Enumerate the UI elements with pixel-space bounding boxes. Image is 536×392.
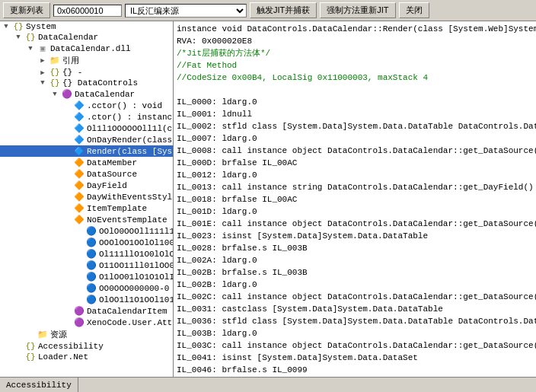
code-line: IL_002A: ldarg.0 [177,254,533,266]
tree-label: OlOO1l1O1OOl10110 : [99,295,174,304]
tree-label: 引用 [62,55,79,66]
tree-icon-ns: {} [12,22,24,31]
tree-item-ol11-field7[interactable]: 🔵OlOO1l1O1OOl10110 : [0,294,173,305]
tree-label: Render(class [System [87,147,174,156]
code-line: RVA: 0x000020E8 [177,35,533,47]
tree-item-datacontrols[interactable]: ▼{}{} DataControls [0,78,173,88]
hex-input[interactable] [53,5,122,17]
tree-icon-method: 🔷 [73,100,85,110]
tree-icon-ns: {} [24,352,37,362]
tree-icon-folder: 📁 [49,56,61,65]
tree-item-datacalendar-class[interactable]: ▼🟣DataCalendar [0,88,173,100]
status-accessibility: Accessibility [0,378,78,392]
tree-icon-method: 🔷 [73,112,85,122]
tree-item-loadernet[interactable]: {}Loader.Net [0,352,173,362]
tree-icon-prop: 🔶 [73,180,85,190]
force-button[interactable]: 强制方法重新JIT [320,2,395,18]
tree-item-ctor-void[interactable]: 🔷.cctor() : void [0,100,173,111]
code-line: IL_0041: isinst [System.Data]System.Data… [177,352,533,364]
tree-label: Ol111llO1O0lOlOO : [99,250,174,259]
tree-icon-field: 🔵 [85,226,97,236]
tree-icon-ns: {} [24,33,37,42]
source-select[interactable]: IL反汇编来源 [125,4,247,18]
tree-item-dayfield[interactable]: 🔶DayField [0,180,173,191]
tree-label: O1lOO01lO1O1OlIll : c [99,272,174,282]
tree-icon-method: 🔷 [73,123,85,133]
tree-item-source[interactable]: 📁资源 [0,328,173,341]
tree-item-xenoattr[interactable]: 🟣XenoCode.User.Attributes.A... [0,317,173,328]
tree-item-datamember[interactable]: 🔶DataMember [0,157,173,168]
tree-label: OOlO0OOOll111l1 : c [99,227,174,236]
tree-label: Ol1l1OOOOOOll1l(cl... [87,124,174,133]
tree-label: DataSource [87,170,137,179]
code-line: IL_0001: ldnull [177,108,533,120]
tree-item-ondayrender[interactable]: 🔷OnDayRender(class [S [0,134,173,145]
tree-expander[interactable]: ▶ [37,69,49,77]
tree-icon-dll: ▣ [37,43,49,53]
tree-item-ol11-field2[interactable]: 🔵OOOlOO1OOlOl100l : [0,237,173,248]
code-line: IL_0018: brfalse IL_00AC [177,193,533,206]
tree-item-ctor-inst[interactable]: 🔷.ctor() : instance void [0,111,173,123]
tree-expander[interactable]: ▼ [0,23,12,30]
code-line: IL_0031: castclass [System.Data]System.D… [177,303,533,315]
tree-item-ol11-field1[interactable]: 🔵OOlO0OOOll111l1 : c [0,225,173,237]
code-line: IL_001D: ldarg.0 [177,206,533,218]
tree-item-render-selected[interactable]: 🔷Render(class [System [0,145,173,157]
tree-expander[interactable]: ▶ [37,56,49,65]
tree-label: Loader.Net [38,352,88,362]
tree-item-noevents[interactable]: 🔶NoEventsTemplate [0,214,173,225]
tree-icon-field: 🔵 [85,283,97,293]
code-line: IL_0023: isinst [System.Data]System.Data… [177,230,533,242]
code-line: //CodeSize 0x00B4, LocalSig 0x11000003, … [177,72,533,84]
tree-label: DayField [87,181,127,190]
tree-icon-class: 🟣 [73,317,85,327]
trigger-button[interactable]: 触发JIT并捕获 [250,2,317,18]
tree-item-ol11[interactable]: 🔷Ol1l1OOOOOOll1l(cl... [0,123,173,134]
tree-expander[interactable]: ▼ [24,45,37,53]
tree-expander[interactable]: ▼ [49,91,61,98]
tree-item-datasource[interactable]: 🔶DataSource [0,168,173,180]
status-bar: Accessibility [0,377,536,392]
tree-label: ItemTemplate [87,204,147,213]
tree-icon-ns: {} [24,342,37,351]
toolbar: 更新列表 IL反汇编来源 触发JIT并捕获 强制方法重新JIT 关闭 [0,0,536,21]
tree-item-ol11-field3[interactable]: 🔵Ol111llO1O0lOlOO : [0,248,173,260]
tree-item-datacalendar[interactable]: ▼{}DataCalendar [0,32,173,43]
code-line: IL_0028: brfalse.s IL_003B [177,242,533,254]
code-line [177,84,533,96]
tree-item-ol11-field6[interactable]: 🔵OO0OOO000000-0 : [0,282,173,294]
tree-item-accessibility[interactable]: {}Accessibility [0,341,173,352]
code-line: IL_002B: brfalse.s IL_003B [177,266,533,279]
tree-item-datacalendar-dll[interactable]: ▼▣DataCalendar.dll [0,43,173,54]
tree-label: DayWithEventsStyle [87,193,174,202]
code-line: IL_003B: ldarg.0 [177,327,533,339]
code-line: //Fat Method [177,59,533,72]
tree-label: .cctor() : void [87,101,162,110]
tree-item-ol11-field5[interactable]: 🔵O1lOO01lO1O1OlIll : c [0,271,173,282]
tree-label: OnDayRender(class [S [87,135,174,145]
tree-icon-class: 🟣 [61,89,73,99]
tree-item-ref[interactable]: ▶📁引用 [0,54,173,67]
tree-label: Accessibility [38,342,104,351]
tree-icon-folder: 📁 [37,330,49,339]
tree-item-daywithevents[interactable]: 🔶DayWithEventsStyle [0,191,173,202]
tree-item-ol11-field4[interactable]: 🔵O11OO11ll01lOO000 : [0,260,173,271]
tree-item-system[interactable]: ▼{}System [0,21,173,32]
tree-expander[interactable]: ▼ [12,33,24,41]
code-line: IL_0000: ldarg.0 [177,96,533,108]
tree-label: O11OO11ll01lOO000 : [99,261,174,270]
tree-item-itemtemplate[interactable]: 🔶ItemTemplate [0,202,173,214]
tree-icon-field: 🔵 [85,295,97,304]
code-line: IL_0012: ldarg.0 [177,169,533,181]
tree-icon-ns: {} [49,78,61,88]
tree-item-brace1[interactable]: ▶{}{} - [0,67,173,78]
tree-icon-field: 🔵 [85,260,97,270]
tree-item-datacalendaritem[interactable]: 🟣DataCalendarItem [0,305,173,317]
tree-label: 资源 [50,329,67,340]
refresh-button[interactable]: 更新列表 [3,2,50,18]
tree-expander[interactable]: ▼ [37,79,49,87]
code-line: /*Jit层捕获的方法体*/ [177,47,533,59]
main-area: ▼{}System▼{}DataCalendar▼▣DataCalendar.d… [0,21,536,377]
tree-label: {} - [62,68,82,77]
close-button[interactable]: 关闭 [399,2,429,18]
